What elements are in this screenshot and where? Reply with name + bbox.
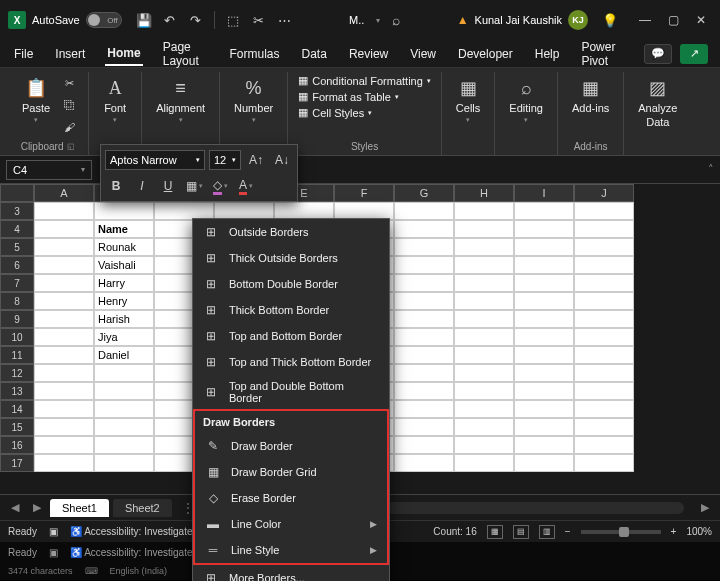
user-account[interactable]: ▲ Kunal Jai Kaushik KJ bbox=[457, 10, 588, 30]
row-header[interactable]: 13 bbox=[0, 382, 34, 400]
row-header[interactable]: 10 bbox=[0, 328, 34, 346]
autosave-toggle[interactable]: Off bbox=[86, 12, 122, 28]
tab-page-layout[interactable]: Page Layout bbox=[161, 36, 210, 72]
cell[interactable]: Jiya bbox=[94, 328, 154, 346]
name-box[interactable]: C4▾ bbox=[6, 160, 92, 180]
cell[interactable]: Name bbox=[94, 220, 154, 238]
bold-button[interactable]: B bbox=[105, 175, 127, 197]
cell[interactable] bbox=[94, 382, 154, 400]
comments-button[interactable]: 💬 bbox=[644, 44, 672, 64]
italic-button[interactable]: I bbox=[131, 175, 153, 197]
autosave[interactable]: AutoSave Off bbox=[32, 12, 122, 28]
cell[interactable] bbox=[454, 400, 514, 418]
cut-icon[interactable]: ✂ bbox=[251, 12, 267, 28]
cell[interactable] bbox=[34, 202, 94, 220]
border-menu-item[interactable]: ⊞Thick Bottom Border bbox=[193, 297, 389, 323]
cell[interactable] bbox=[574, 454, 634, 472]
tab-insert[interactable]: Insert bbox=[53, 43, 87, 65]
row-header[interactable]: 12 bbox=[0, 364, 34, 382]
cell[interactable] bbox=[394, 328, 454, 346]
col-header[interactable]: A bbox=[34, 184, 94, 202]
cell-styles-button[interactable]: ▦Cell Styles▾ bbox=[298, 106, 431, 119]
addins-button[interactable]: ▦ Add-ins bbox=[568, 74, 613, 116]
font-button[interactable]: A Font ▾ bbox=[99, 74, 131, 126]
tab-developer[interactable]: Developer bbox=[456, 43, 515, 65]
cell[interactable]: Rounak bbox=[94, 238, 154, 256]
tab-home[interactable]: Home bbox=[105, 42, 142, 66]
accessibility-status[interactable]: ♿ Accessibility: Investigate bbox=[70, 526, 193, 537]
save-icon[interactable]: 💾 bbox=[136, 12, 152, 28]
cell[interactable] bbox=[34, 220, 94, 238]
cell[interactable] bbox=[574, 418, 634, 436]
more-icon[interactable]: ⋯ bbox=[277, 12, 293, 28]
cell[interactable] bbox=[574, 238, 634, 256]
tab-help[interactable]: Help bbox=[533, 43, 562, 65]
cell[interactable] bbox=[94, 364, 154, 382]
tab-file[interactable]: File bbox=[12, 43, 35, 65]
cell[interactable] bbox=[574, 274, 634, 292]
cell[interactable] bbox=[454, 436, 514, 454]
cell[interactable] bbox=[454, 346, 514, 364]
copy-button[interactable]: ⿻ bbox=[60, 96, 78, 114]
cell[interactable] bbox=[394, 238, 454, 256]
zoom-level[interactable]: 100% bbox=[686, 526, 712, 537]
col-header[interactable]: I bbox=[514, 184, 574, 202]
cell[interactable]: Harish bbox=[94, 310, 154, 328]
cell[interactable] bbox=[34, 256, 94, 274]
cell[interactable] bbox=[34, 382, 94, 400]
number-button[interactable]: % Number ▾ bbox=[230, 74, 277, 126]
cell[interactable] bbox=[34, 292, 94, 310]
border-menu-item[interactable]: ⊞Thick Outside Borders bbox=[193, 245, 389, 271]
lightbulb-icon[interactable]: 💡 bbox=[602, 12, 618, 28]
paste-button[interactable]: 📋 Paste ▾ bbox=[18, 74, 54, 126]
zoom-out-icon[interactable]: − bbox=[565, 526, 571, 537]
draw-border-item[interactable]: ◇Erase Border bbox=[195, 485, 387, 511]
zoom-slider[interactable] bbox=[581, 530, 661, 534]
cell[interactable] bbox=[34, 436, 94, 454]
cell[interactable] bbox=[574, 256, 634, 274]
row-header[interactable]: 11 bbox=[0, 346, 34, 364]
cell[interactable]: Henry bbox=[94, 292, 154, 310]
increase-font-icon[interactable]: A↑ bbox=[245, 149, 267, 171]
col-header[interactable]: F bbox=[334, 184, 394, 202]
search-icon[interactable]: ⌕ bbox=[392, 12, 400, 28]
cell[interactable] bbox=[34, 364, 94, 382]
font-selector[interactable]: Aptos Narrow▾ bbox=[105, 150, 205, 170]
cell[interactable] bbox=[514, 400, 574, 418]
cell[interactable] bbox=[514, 310, 574, 328]
cell[interactable] bbox=[574, 202, 634, 220]
cell[interactable] bbox=[94, 436, 154, 454]
tab-power-pivot[interactable]: Power Pivot bbox=[579, 36, 626, 72]
cell[interactable] bbox=[34, 274, 94, 292]
cell[interactable] bbox=[394, 220, 454, 238]
cell[interactable] bbox=[454, 364, 514, 382]
page-layout-view-icon[interactable]: ▤ bbox=[513, 525, 529, 539]
cell[interactable] bbox=[394, 346, 454, 364]
col-header[interactable]: J bbox=[574, 184, 634, 202]
borders-button[interactable]: ▦▾ bbox=[183, 175, 205, 197]
scroll-right-icon[interactable]: ▶ bbox=[696, 499, 714, 517]
border-menu-item[interactable]: ⊞Bottom Double Border bbox=[193, 271, 389, 297]
font-size-selector[interactable]: 12▾ bbox=[209, 150, 241, 170]
share-button[interactable]: ↗ bbox=[680, 44, 708, 64]
tab-data[interactable]: Data bbox=[300, 43, 329, 65]
cell[interactable] bbox=[394, 274, 454, 292]
cell[interactable]: Vaishali bbox=[94, 256, 154, 274]
page-break-view-icon[interactable]: ▥ bbox=[539, 525, 555, 539]
cell[interactable] bbox=[94, 454, 154, 472]
cell[interactable] bbox=[94, 202, 154, 220]
draw-border-item[interactable]: ✎Draw Border bbox=[195, 433, 387, 459]
border-menu-item[interactable]: ⊞Top and Bottom Border bbox=[193, 323, 389, 349]
cell[interactable] bbox=[514, 436, 574, 454]
cell[interactable] bbox=[514, 238, 574, 256]
cell[interactable] bbox=[394, 436, 454, 454]
cell[interactable] bbox=[514, 382, 574, 400]
zoom-in-icon[interactable]: + bbox=[671, 526, 677, 537]
cell[interactable] bbox=[394, 202, 454, 220]
cell[interactable] bbox=[514, 418, 574, 436]
row-header[interactable]: 16 bbox=[0, 436, 34, 454]
cell[interactable] bbox=[514, 274, 574, 292]
tab-view[interactable]: View bbox=[408, 43, 438, 65]
cell[interactable] bbox=[34, 310, 94, 328]
next-sheet-icon[interactable]: ▶ bbox=[28, 499, 46, 517]
